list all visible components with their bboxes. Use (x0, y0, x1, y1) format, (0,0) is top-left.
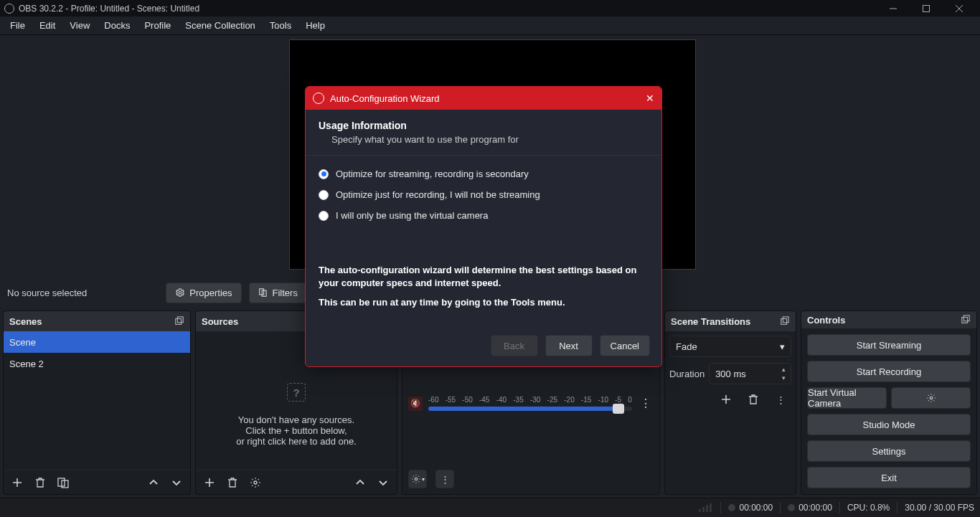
duration-field[interactable]: 300 ms ▴▾ (709, 363, 791, 384)
wizard-subheading: Specify what you want to use the program… (319, 134, 649, 145)
filters-icon (258, 288, 268, 298)
transition-menu-button[interactable]: ⋮ (773, 392, 788, 407)
wizard-option-recording[interactable]: Optimize just for recording, I will not … (319, 189, 649, 200)
svg-rect-17 (963, 316, 969, 321)
remove-scene-button[interactable] (32, 475, 48, 490)
wizard-option-label: Optimize just for recording, I will not … (336, 189, 540, 200)
rec-indicator-icon (788, 504, 795, 511)
transitions-header[interactable]: Scene Transitions (665, 311, 796, 331)
filters-label: Filters (273, 288, 298, 298)
scene-item[interactable]: Scene 2 (4, 353, 190, 374)
gear-icon (175, 288, 185, 298)
svg-point-1 (179, 291, 182, 294)
add-scene-button[interactable] (9, 475, 25, 490)
wizard-close-button[interactable]: ✕ (646, 93, 654, 104)
mixer-settings-button[interactable]: ▾ (408, 470, 427, 488)
wizard-note: This can be run at any time by going to … (319, 297, 649, 308)
close-button[interactable] (943, 0, 976, 16)
no-source-label: No source selected (4, 288, 87, 298)
scene-item-label: Scene (9, 337, 36, 348)
svg-rect-5 (177, 317, 183, 323)
popout-icon[interactable] (961, 315, 971, 325)
sources-empty-line: You don't have any sources. (238, 414, 354, 425)
svg-point-10 (254, 481, 257, 484)
menu-file[interactable]: File (3, 17, 32, 34)
app-logo-icon (4, 4, 14, 14)
scene-up-button[interactable] (146, 475, 161, 490)
spin-down-icon[interactable]: ▾ (778, 374, 789, 382)
source-settings-button[interactable] (248, 475, 263, 490)
wizard-cancel-button[interactable]: Cancel (600, 335, 650, 356)
wizard-option-virtual-cam[interactable]: I will only be using the virtual camera (319, 210, 649, 221)
remove-source-button[interactable] (225, 475, 240, 490)
svg-rect-3 (262, 290, 266, 296)
menu-help[interactable]: Help (298, 17, 332, 34)
auto-config-wizard-dialog: Auto-Configuration Wizard ✕ Usage Inform… (305, 86, 662, 367)
radio-icon (319, 211, 329, 221)
menu-profile[interactable]: Profile (137, 17, 178, 34)
source-down-button[interactable] (375, 475, 391, 490)
popout-icon[interactable] (780, 316, 790, 326)
maximize-button[interactable] (910, 0, 943, 16)
track-menu-button[interactable]: ⋮ (638, 397, 654, 410)
transition-select[interactable]: Fade ▾ (669, 336, 791, 357)
scenes-header[interactable]: Scenes (4, 311, 190, 331)
volume-knob[interactable] (613, 404, 624, 414)
start-streaming-button[interactable]: Start Streaming (807, 334, 971, 356)
menu-scene-collection[interactable]: Scene Collection (178, 17, 263, 34)
status-bar: 00:00:00 00:00:00 CPU: 0.8% 30.00 / 30.0… (0, 498, 980, 517)
remove-transition-button[interactable] (745, 392, 761, 407)
wizard-back-button: Back (491, 335, 538, 356)
scenes-title: Scenes (9, 316, 42, 327)
svg-rect-14 (781, 319, 787, 325)
live-indicator-icon (728, 504, 735, 511)
virtual-camera-settings-button[interactable] (891, 387, 971, 409)
transitions-dock: Scene Transitions Fade ▾ Duration 300 ms… (664, 310, 796, 495)
menu-view[interactable]: View (62, 17, 97, 34)
properties-button[interactable]: Properties (166, 283, 241, 303)
wizard-titlebar[interactable]: Auto-Configuration Wizard ✕ (306, 87, 661, 110)
volume-slider[interactable] (428, 407, 632, 411)
menu-edit[interactable]: Edit (32, 17, 62, 34)
wizard-next-button[interactable]: Next (545, 335, 593, 356)
menu-tools[interactable]: Tools (263, 17, 298, 34)
spin-up-icon[interactable]: ▴ (778, 365, 789, 374)
db-scale: -60-55-50-45-40-35-30-25-20-15-10-50 (428, 396, 632, 404)
add-transition-button[interactable] (718, 392, 734, 407)
controls-header[interactable]: Controls (801, 311, 976, 328)
scene-down-button[interactable] (169, 475, 184, 490)
network-signal-icon (699, 503, 712, 512)
scenes-footer (4, 470, 190, 494)
source-up-button[interactable] (352, 475, 368, 490)
start-virtual-camera-button[interactable]: Start Virtual Camera (807, 387, 887, 409)
wizard-option-streaming[interactable]: Optimize for streaming, recording is sec… (319, 169, 649, 179)
sources-empty-line: Click the + button below, (245, 425, 347, 436)
live-time: 00:00:00 (739, 503, 773, 513)
popout-icon[interactable] (174, 316, 184, 326)
exit-button[interactable]: Exit (807, 467, 971, 488)
radio-icon (319, 190, 329, 200)
filters-button[interactable]: Filters (249, 283, 307, 303)
sources-footer (196, 470, 397, 494)
mute-button[interactable]: 🔇 (408, 397, 423, 411)
studio-mode-button[interactable]: Studio Mode (807, 414, 971, 435)
mixer-menu-button[interactable]: ⋮ (435, 470, 454, 488)
help-icon: ? (287, 383, 306, 402)
properties-label: Properties (189, 288, 232, 298)
transition-value: Fade (676, 341, 697, 352)
chevron-down-icon: ▾ (780, 341, 785, 352)
minimize-button[interactable] (877, 0, 910, 16)
sources-title: Sources (202, 316, 238, 327)
duration-value: 300 ms (715, 369, 746, 379)
add-source-button[interactable] (202, 475, 217, 490)
svg-point-18 (930, 397, 933, 399)
wizard-header: Usage Information Specify what you want … (306, 110, 661, 156)
scene-item[interactable]: Scene (4, 331, 190, 353)
wizard-title: Auto-Configuration Wizard (330, 93, 439, 104)
scene-filter-button[interactable] (55, 475, 71, 490)
start-recording-button[interactable]: Start Recording (807, 361, 971, 382)
settings-button[interactable]: Settings (807, 440, 971, 462)
controls-dock: Controls Start Streaming Start Recording… (801, 310, 977, 495)
app-logo-icon (313, 93, 324, 104)
menu-docks[interactable]: Docks (97, 17, 137, 34)
